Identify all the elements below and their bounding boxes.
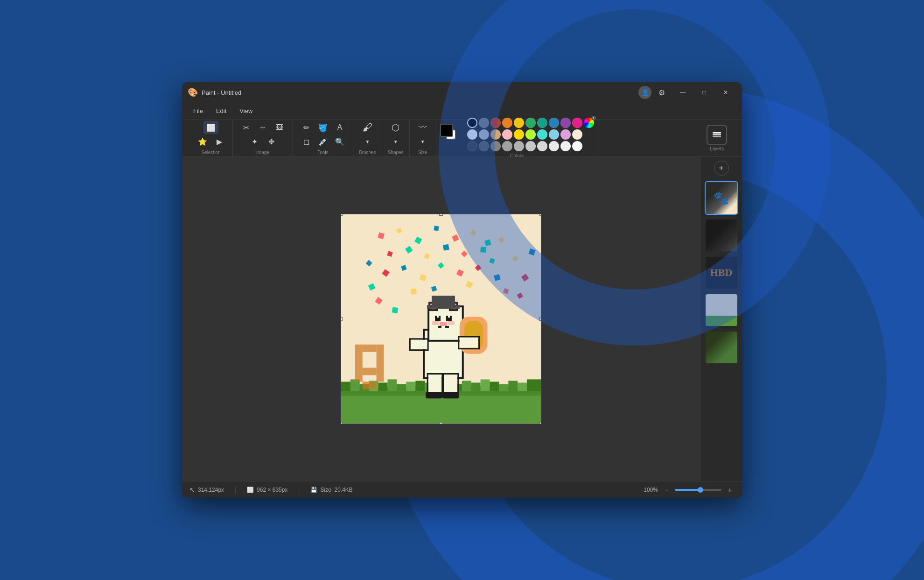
color-gray9[interactable] bbox=[560, 141, 571, 151]
color-green[interactable] bbox=[525, 118, 536, 128]
color-gray[interactable] bbox=[479, 118, 489, 128]
foreground-color[interactable] bbox=[440, 124, 453, 137]
canvas-area: + 🐾 HBD bbox=[182, 157, 742, 481]
color-darkgray1[interactable] bbox=[467, 141, 477, 151]
user-avatar[interactable]: 👤 bbox=[638, 86, 651, 99]
size-row2: ▼ bbox=[415, 135, 430, 148]
zoom-in-button[interactable]: + bbox=[725, 485, 735, 495]
color-gray6[interactable] bbox=[525, 141, 536, 151]
color-orange[interactable] bbox=[502, 118, 512, 128]
zoom-track bbox=[675, 489, 700, 491]
rectangular-selection-button[interactable]: ⬜ bbox=[203, 121, 218, 134]
brushes-row2: ▼ bbox=[360, 135, 375, 148]
color-skyblue[interactable] bbox=[549, 129, 559, 140]
color-black[interactable] bbox=[467, 118, 477, 128]
fill-button[interactable]: 🪣 bbox=[315, 121, 330, 134]
color-wheel-button[interactable] bbox=[584, 118, 594, 128]
app-icon: 🎨 bbox=[188, 87, 198, 98]
zoom-slider[interactable] bbox=[675, 489, 721, 491]
add-layer-button[interactable]: + bbox=[714, 161, 729, 176]
layers-section: Layers bbox=[699, 123, 735, 153]
shapes-button[interactable]: ⬡ bbox=[388, 121, 403, 134]
tools-row2: ◻ 💉 🔍 bbox=[299, 135, 347, 148]
svg-rect-28 bbox=[363, 345, 377, 352]
menu-file[interactable]: File bbox=[188, 106, 209, 116]
move-button[interactable]: ✥ bbox=[264, 135, 279, 148]
layer-3-thumb[interactable]: HBD bbox=[705, 256, 738, 290]
brush-dropdown[interactable]: ▼ bbox=[360, 135, 375, 148]
color-tan[interactable] bbox=[490, 129, 501, 140]
zoom-control: 100% − + bbox=[644, 485, 735, 495]
current-colors bbox=[440, 124, 462, 145]
color-silver[interactable] bbox=[479, 129, 489, 140]
zoom-tool-button[interactable]: 🔍 bbox=[332, 135, 347, 148]
layers-button[interactable] bbox=[707, 125, 727, 145]
color-gold[interactable] bbox=[514, 129, 524, 140]
layer-4-thumb[interactable] bbox=[705, 293, 738, 327]
color-gray4[interactable] bbox=[502, 141, 512, 151]
pencil-button[interactable]: ✏ bbox=[299, 121, 314, 134]
svg-rect-23 bbox=[499, 384, 508, 391]
svg-rect-10 bbox=[378, 382, 388, 391]
menu-edit[interactable]: Edit bbox=[210, 106, 232, 116]
zoom-thumb[interactable] bbox=[698, 487, 703, 493]
svg-rect-26 bbox=[527, 379, 541, 391]
color-plum[interactable] bbox=[560, 129, 571, 140]
color-lightpink[interactable] bbox=[502, 129, 512, 140]
color-gray5[interactable] bbox=[514, 141, 524, 151]
layer-5-thumb[interactable] bbox=[705, 331, 738, 364]
file-size: 💾 Size: 20.4KB bbox=[310, 487, 352, 493]
color-white[interactable] bbox=[467, 129, 477, 140]
transform-button[interactable]: ↔ bbox=[255, 121, 270, 134]
settings-button[interactable]: ⚙ bbox=[655, 86, 668, 99]
svg-rect-30 bbox=[377, 345, 384, 382]
layer-3-hbd-text: HBD bbox=[710, 267, 733, 279]
color-pink[interactable] bbox=[572, 118, 582, 128]
selection-group: ⬜ ⭐ ▶ Selection bbox=[189, 120, 233, 156]
size-button[interactable]: 〰 bbox=[415, 121, 430, 134]
window-controls: — □ ✕ bbox=[672, 85, 736, 100]
image-tools-row2: ✦ ✥ bbox=[247, 135, 279, 148]
color-greenyellow[interactable] bbox=[525, 129, 536, 140]
layers-label: Layers bbox=[710, 146, 724, 151]
brush-button[interactable]: 🖌 bbox=[360, 121, 375, 134]
layer-2-thumb[interactable] bbox=[705, 219, 738, 252]
magic-select-button[interactable]: ✦ bbox=[247, 135, 262, 148]
image-extra-button[interactable]: 🖼 bbox=[272, 121, 287, 134]
color-turquoise[interactable] bbox=[537, 129, 547, 140]
menu-bar: File Edit View bbox=[182, 103, 742, 120]
eyedropper-button[interactable]: 💉 bbox=[315, 135, 330, 148]
svg-rect-77 bbox=[437, 316, 439, 318]
close-button[interactable]: ✕ bbox=[715, 85, 736, 100]
cursor-position: ↖ 314,124px bbox=[189, 486, 224, 494]
svg-rect-31 bbox=[363, 382, 377, 389]
color-blue[interactable] bbox=[549, 118, 559, 128]
layer-5-content bbox=[706, 332, 737, 363]
free-select-button[interactable]: ⭐ bbox=[195, 135, 210, 148]
brushes-row: 🖌 bbox=[360, 121, 375, 134]
zoom-out-button[interactable]: − bbox=[662, 485, 671, 495]
svg-rect-58 bbox=[410, 288, 417, 295]
canvas-image[interactable] bbox=[341, 214, 541, 424]
color-midgray[interactable] bbox=[490, 141, 501, 151]
maximize-button[interactable]: □ bbox=[693, 85, 715, 100]
color-darkgray2[interactable] bbox=[479, 141, 489, 151]
color-gray8[interactable] bbox=[549, 141, 559, 151]
color-antique[interactable] bbox=[572, 129, 582, 140]
layer-1-thumb[interactable]: 🐾 bbox=[705, 181, 738, 215]
crop-button[interactable]: ✂ bbox=[238, 121, 253, 134]
color-yellow[interactable] bbox=[514, 118, 524, 128]
selection-mode-button[interactable]: ▶ bbox=[212, 135, 227, 148]
color-gray7[interactable] bbox=[537, 141, 547, 151]
size-dropdown[interactable]: ▼ bbox=[415, 135, 430, 148]
color-offwhite[interactable] bbox=[572, 141, 582, 151]
shapes-dropdown[interactable]: ▼ bbox=[388, 135, 403, 148]
color-red[interactable] bbox=[490, 118, 501, 128]
minimize-button[interactable]: — bbox=[672, 85, 693, 100]
color-teal[interactable] bbox=[537, 118, 547, 128]
eraser-button[interactable]: ◻ bbox=[299, 135, 314, 148]
menu-view[interactable]: View bbox=[234, 106, 258, 116]
color-purple[interactable] bbox=[560, 118, 571, 128]
text-button[interactable]: A bbox=[332, 121, 347, 134]
svg-rect-22 bbox=[490, 382, 499, 391]
